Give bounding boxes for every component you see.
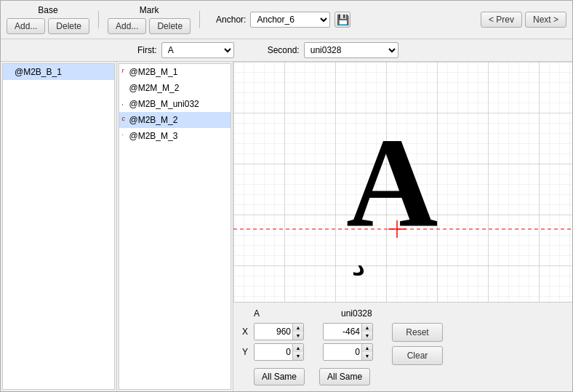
mark-item-label: @M2B_M_1 (129, 67, 178, 77)
anchor-section: Anchor: Anchor_6 Anchor_1 Anchor_2 Ancho… (216, 12, 350, 28)
glyph-canvas: A ̧ (233, 62, 572, 302)
mark-y-spinner[interactable]: ▲ ▼ (323, 343, 373, 361)
base-x-spin-buttons: ▲ ▼ (292, 324, 303, 340)
content-area: @M2B_B_1 r @M2B_M_1 @M2M_M_2 , @M2B (1, 62, 572, 391)
mark-coord-label: uni0328 (341, 308, 372, 319)
left-panels: @M2B_B_1 r @M2B_M_1 @M2M_M_2 , @M2B (1, 62, 233, 391)
y-label: Y (242, 347, 249, 357)
base-coord-label: A (254, 308, 297, 319)
base-panel: @M2B_B_1 (1, 62, 117, 391)
base-list: @M2B_B_1 (2, 63, 115, 390)
grid-svg: A ̧ (233, 62, 572, 302)
first-label: First: (137, 45, 157, 55)
x-label: X (242, 327, 249, 337)
mark-x-input[interactable] (324, 324, 361, 340)
reset-clear-section: Reset Clear (392, 323, 443, 365)
second-label: Second: (268, 45, 300, 55)
mark-x-down-button[interactable]: ▼ (362, 332, 372, 340)
mark-x-spin-buttons: ▲ ▼ (361, 324, 372, 340)
list-item[interactable]: c @M2B_M_2 (119, 112, 231, 128)
y-coord-row: Y ▲ ▼ ▲ ▼ (242, 343, 373, 361)
prev-button[interactable]: < Prev (481, 12, 522, 28)
x-coord-row: X ▲ ▼ ▲ ▼ (242, 323, 373, 340)
base-glyph: A (346, 112, 438, 253)
second-select[interactable]: uni0328 (304, 42, 398, 58)
separator2 (199, 11, 200, 28)
list-item[interactable]: · @M2B_M_3 (119, 128, 231, 144)
base-y-spinner[interactable]: ▲ ▼ (254, 343, 304, 361)
base-x-input[interactable] (255, 324, 292, 340)
mark-item-label: @M2M_M_2 (129, 83, 180, 93)
mark-all-same-button[interactable]: All Same (319, 368, 370, 385)
anchor-select[interactable]: Anchor_6 Anchor_1 Anchor_2 Anchor_3 Anch… (250, 12, 330, 28)
separator1 (98, 11, 99, 28)
mark-y-up-button[interactable]: ▲ (362, 344, 372, 352)
base-x-spinner[interactable]: ▲ ▼ (254, 323, 304, 340)
base-all-same-button[interactable]: All Same (254, 368, 305, 385)
toolbar-row2: First: A Second: uni0328 (1, 39, 572, 62)
mark-item-label: @M2B_M_2 (129, 115, 178, 125)
mark-list: r @M2B_M_1 @M2M_M_2 , @M2B_M_uni032 c @M… (119, 63, 232, 390)
save-icon: 💾 (337, 14, 349, 25)
base-delete-button[interactable]: Delete (48, 18, 89, 34)
reset-button[interactable]: Reset (392, 323, 443, 342)
mark-section-label: Mark (140, 5, 159, 15)
mark-item-label: @M2B_M_3 (129, 131, 178, 141)
mark-x-up-button[interactable]: ▲ (362, 324, 372, 332)
nav-buttons: < Prev Next > (481, 12, 566, 28)
mark-y-spin-buttons: ▲ ▼ (361, 344, 372, 360)
clear-button[interactable]: Clear (392, 346, 443, 365)
list-item[interactable]: @M2M_M_2 (119, 80, 231, 96)
first-select[interactable]: A (161, 42, 234, 58)
main-window: Base Add... Delete Mark Add... Delete An… (0, 0, 573, 392)
base-y-input[interactable] (255, 344, 292, 360)
base-item-label: @M2B_B_1 (15, 67, 62, 77)
base-y-up-button[interactable]: ▲ (293, 344, 303, 352)
base-section-label: Base (38, 5, 57, 15)
mark-add-button[interactable]: Add... (108, 18, 146, 34)
bottom-panel: A uni0328 X ▲ ▼ (233, 302, 572, 391)
save-icon-button[interactable]: 💾 (334, 12, 350, 28)
list-item[interactable]: r @M2B_M_1 (119, 64, 231, 80)
base-y-spin-buttons: ▲ ▼ (292, 344, 303, 360)
list-item[interactable]: @M2B_B_1 (3, 64, 114, 80)
mark-item-label: @M2B_M_uni032 (129, 99, 199, 109)
mark-y-down-button[interactable]: ▼ (362, 352, 372, 360)
mark-x-spinner[interactable]: ▲ ▼ (323, 323, 373, 340)
base-x-down-button[interactable]: ▼ (293, 332, 303, 340)
base-y-down-button[interactable]: ▼ (293, 352, 303, 360)
anchor-label: Anchor: (216, 15, 246, 25)
right-area: A ̧ A uni0328 (233, 62, 572, 391)
mark-y-input[interactable] (324, 344, 361, 360)
list-item[interactable]: , @M2B_M_uni032 (119, 96, 231, 112)
next-button[interactable]: Next > (525, 12, 566, 28)
base-x-up-button[interactable]: ▲ (293, 324, 303, 332)
base-add-button[interactable]: Add... (7, 18, 45, 34)
mark-panel: r @M2B_M_1 @M2M_M_2 , @M2B_M_uni032 c @M… (117, 62, 233, 391)
toolbar-row1: Base Add... Delete Mark Add... Delete An… (1, 1, 572, 39)
mark-delete-button[interactable]: Delete (149, 18, 191, 34)
